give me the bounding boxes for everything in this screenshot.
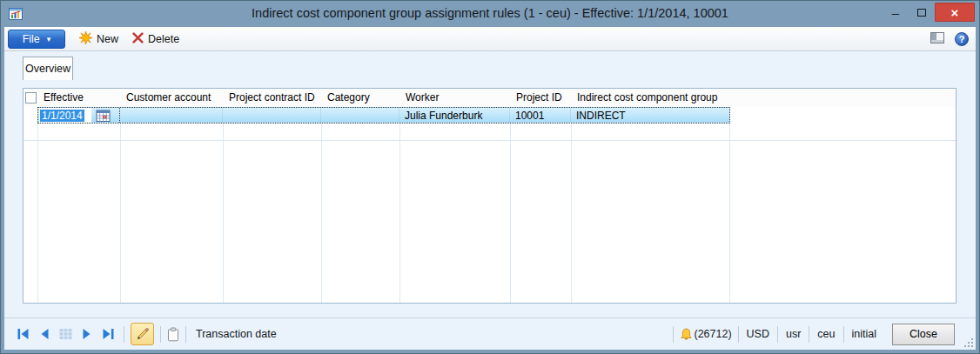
- close-window-button[interactable]: ×: [935, 3, 975, 22]
- column-divider: [223, 107, 224, 303]
- cell-project-contract-id[interactable]: [223, 108, 321, 123]
- select-all-checkbox[interactable]: [25, 92, 37, 104]
- column-divider: [37, 107, 38, 303]
- notifications-button[interactable]: (26712): [680, 328, 731, 341]
- column-header-project-id[interactable]: Project ID: [511, 89, 572, 107]
- cell-customer-account[interactable]: [120, 108, 223, 123]
- column-divider: [571, 107, 572, 303]
- previous-record-button[interactable]: [34, 324, 55, 344]
- user-status[interactable]: usr: [784, 328, 802, 340]
- minimize-button[interactable]: –: [883, 3, 909, 22]
- close-button[interactable]: Close: [892, 324, 955, 345]
- divider: [809, 326, 809, 343]
- help-button[interactable]: ?: [955, 32, 969, 46]
- next-record-icon: [79, 327, 94, 341]
- column-header-customer-account[interactable]: Customer account: [121, 89, 224, 107]
- bell-icon: [680, 328, 693, 341]
- delete-button[interactable]: Delete: [132, 30, 179, 49]
- divider: [673, 326, 674, 343]
- column-divider: [399, 107, 400, 303]
- delete-x-icon: [132, 32, 144, 46]
- company-status[interactable]: ceu: [816, 328, 836, 340]
- divider: [185, 326, 186, 343]
- tab-overview[interactable]: Overview: [23, 57, 73, 80]
- effective-date-input[interactable]: 1/1/2014: [39, 108, 91, 123]
- cell-category[interactable]: [321, 108, 399, 123]
- last-record-button[interactable]: [97, 324, 117, 344]
- divider: [843, 326, 844, 343]
- column-divider: [510, 107, 511, 303]
- toolbar: File ▾ New Delete ?: [4, 27, 976, 51]
- table-row[interactable]: 1/1/2014 Julia Funderburk 100: [37, 107, 730, 124]
- first-record-icon: [17, 327, 31, 341]
- column-header-project-contract-id[interactable]: Project contract ID: [224, 89, 322, 107]
- clipboard-icon: [167, 327, 179, 342]
- file-menu-button[interactable]: File ▾: [8, 30, 65, 49]
- calendar-icon: [96, 109, 111, 123]
- pencil-icon: [136, 327, 150, 341]
- app-window: Indirect cost component group assignment…: [0, 0, 980, 354]
- column-header-indirect-cost-component-group[interactable]: Indirect cost component group: [572, 89, 730, 107]
- column-divider: [321, 107, 322, 303]
- assignment-rules-grid: Effective Customer account Project contr…: [23, 88, 957, 304]
- file-menu-label: File: [23, 33, 40, 45]
- date-picker-button[interactable]: [95, 109, 111, 123]
- question-mark-icon: ?: [959, 34, 965, 44]
- column-header-category[interactable]: Category: [322, 89, 400, 107]
- first-record-button[interactable]: [13, 324, 34, 344]
- divider: [777, 326, 778, 343]
- partition-status[interactable]: initial: [850, 328, 879, 340]
- cell-effective[interactable]: 1/1/2014: [38, 108, 120, 123]
- grid-view-icon: [58, 327, 73, 341]
- window-panes-button[interactable]: [930, 31, 944, 47]
- new-record-icon: [79, 31, 92, 47]
- column-header-effective[interactable]: Effective: [38, 89, 121, 107]
- new-button[interactable]: New: [79, 30, 118, 49]
- notification-count: (26712): [694, 328, 731, 340]
- paste-button[interactable]: [167, 327, 179, 342]
- resize-grip[interactable]: [964, 338, 973, 347]
- status-bar: Transaction date (26712) USD usr ceu in: [4, 317, 976, 350]
- edit-mode-button[interactable]: [131, 323, 154, 345]
- title-bar[interactable]: Indirect cost component group assignment…: [1, 1, 979, 27]
- new-button-label: New: [97, 33, 118, 45]
- divider: [124, 326, 124, 343]
- select-all-cell: [23, 89, 38, 107]
- close-icon: ×: [951, 5, 959, 20]
- cell-indirect-cost-component-group[interactable]: INDIRECT: [571, 108, 729, 123]
- window-title: Indirect cost component group assignment…: [1, 6, 979, 20]
- grid-header-row: Effective Customer account Project contr…: [23, 89, 956, 107]
- maximize-icon: [917, 9, 926, 17]
- row-divider: [23, 140, 956, 141]
- column-divider: [120, 107, 121, 303]
- previous-record-icon: [37, 327, 52, 341]
- cell-project-id[interactable]: 10001: [510, 108, 571, 123]
- column-header-filler: [730, 89, 956, 107]
- cell-worker[interactable]: Julia Funderburk: [399, 108, 510, 123]
- form-body: Overview Effective Customer account Proj…: [4, 51, 976, 350]
- delete-button-label: Delete: [148, 33, 179, 45]
- divider: [160, 326, 161, 343]
- maximize-button[interactable]: [909, 3, 935, 22]
- column-divider: [729, 107, 730, 303]
- chevron-down-icon: ▾: [47, 35, 51, 43]
- divider: [738, 326, 739, 343]
- status-help-text: Transaction date: [196, 328, 277, 340]
- column-header-worker[interactable]: Worker: [400, 89, 511, 107]
- next-record-button[interactable]: [76, 324, 97, 344]
- currency-status[interactable]: USD: [745, 328, 771, 340]
- last-record-icon: [100, 327, 115, 341]
- grid-view-button[interactable]: [55, 324, 76, 344]
- effective-date-value: 1/1/2014: [40, 110, 84, 122]
